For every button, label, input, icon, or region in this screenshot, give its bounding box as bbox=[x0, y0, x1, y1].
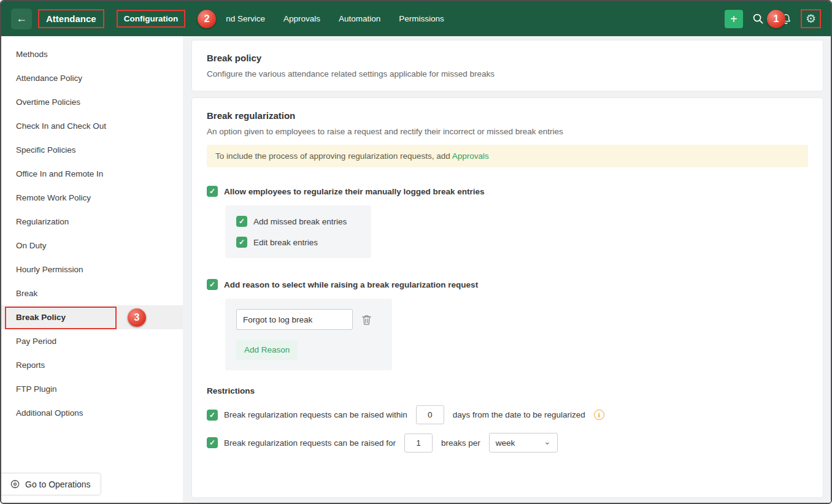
sidebar: Methods Attendance Policy Overtime Polic… bbox=[1, 36, 183, 503]
add-missed-row: ✓ Add missed break entries bbox=[236, 216, 347, 227]
topbar-tabs: Configuration 2 nd Service Approvals Aut… bbox=[117, 10, 444, 28]
tab-approvals[interactable]: Approvals bbox=[283, 14, 320, 23]
reason-entry-row bbox=[236, 309, 381, 330]
main-content: Break policy Configure the various atten… bbox=[183, 36, 831, 503]
approvals-link[interactable]: Approvals bbox=[452, 151, 489, 161]
check-icon: ✓ bbox=[209, 281, 215, 288]
chevron-down-icon: ⌄ bbox=[544, 437, 551, 446]
tab-permissions[interactable]: Permissions bbox=[399, 14, 444, 23]
sidebar-item-overtime-policies[interactable]: Overtime Policies bbox=[1, 90, 183, 114]
annotation-step-1: 1 bbox=[767, 10, 785, 28]
annotation-box-settings: ⚙ bbox=[801, 9, 821, 28]
sidebar-item-check-in-out[interactable]: Check In and Check Out bbox=[1, 114, 183, 138]
sidebar-item-label: Break Policy bbox=[16, 313, 66, 322]
check-icon: ✓ bbox=[209, 411, 215, 419]
module-title: Attendance bbox=[46, 13, 96, 24]
break-regularization-description: An option given to employees to raise a … bbox=[207, 127, 808, 136]
restriction-breaks-middle: breaks per bbox=[441, 438, 480, 448]
frequency-select[interactable]: week ⌄ bbox=[489, 433, 558, 452]
annotation-step-3: 3 bbox=[128, 308, 146, 327]
tab-automation[interactable]: Automation bbox=[339, 14, 380, 23]
annotation-box-attendance: Attendance bbox=[38, 9, 104, 28]
settings-gear-icon[interactable]: ⚙ bbox=[806, 12, 816, 26]
restriction-row-days: ✓ Break regularization requests can be r… bbox=[207, 405, 808, 424]
tab-nd-service[interactable]: nd Service bbox=[226, 14, 265, 23]
sidebar-item-methods[interactable]: Methods bbox=[1, 42, 183, 66]
tab-configuration[interactable]: Configuration bbox=[117, 10, 185, 28]
restriction-days-prefix: Break regularization requests can be rai… bbox=[224, 410, 407, 419]
restrictions-heading: Restrictions bbox=[207, 386, 808, 395]
sidebar-item-reports[interactable]: Reports bbox=[1, 353, 183, 377]
sidebar-item-hourly-permission[interactable]: Hourly Permission bbox=[1, 258, 183, 281]
break-regularization-title: Break regularization bbox=[207, 110, 808, 121]
delete-reason-button[interactable] bbox=[361, 314, 372, 326]
annotation-step-2: 2 bbox=[198, 10, 216, 28]
edit-break-row: ✓ Edit break entries bbox=[236, 237, 347, 248]
notifications-area: 1 bbox=[773, 10, 792, 28]
edit-break-checkbox[interactable]: ✓ bbox=[236, 237, 247, 248]
allow-regularize-label: Allow employees to regularize their manu… bbox=[224, 187, 485, 196]
plus-icon: + bbox=[730, 13, 738, 25]
break-policy-card: Break policy Configure the various atten… bbox=[191, 40, 823, 91]
break-policy-title: Break policy bbox=[207, 53, 808, 63]
restriction-days-checkbox[interactable]: ✓ bbox=[207, 410, 218, 421]
go-to-operations-label: Go to Operations bbox=[25, 479, 91, 489]
sidebar-item-remote-work-policy[interactable]: Remote Work Policy bbox=[1, 186, 183, 210]
search-icon bbox=[752, 13, 764, 25]
operations-icon bbox=[10, 479, 20, 489]
sidebar-item-office-in-remote-in[interactable]: Office In and Remote In bbox=[1, 162, 183, 186]
restriction-days-suffix: days from the date to be regularized bbox=[453, 410, 585, 419]
back-icon: ← bbox=[16, 12, 27, 25]
allow-regularize-row: ✓ Allow employees to regularize their ma… bbox=[207, 186, 808, 197]
add-reason-row: ✓ Add reason to select while raising a b… bbox=[207, 279, 808, 290]
add-reason-checkbox[interactable]: ✓ bbox=[207, 279, 218, 290]
check-icon: ✓ bbox=[209, 439, 215, 446]
approvals-info-banner: To include the process of approving regu… bbox=[207, 145, 808, 167]
frequency-select-value: week bbox=[496, 438, 515, 448]
restriction-breaks-checkbox[interactable]: ✓ bbox=[207, 437, 218, 448]
info-icon[interactable]: i bbox=[594, 410, 604, 420]
app-window: ← Attendance Configuration 2 nd Service … bbox=[0, 0, 832, 504]
check-icon: ✓ bbox=[209, 188, 215, 195]
break-policy-description: Configure the various attendance related… bbox=[207, 69, 808, 78]
add-reason-button[interactable]: Add Reason bbox=[236, 340, 298, 360]
sidebar-item-regularization[interactable]: Regularization bbox=[1, 210, 183, 234]
days-input[interactable] bbox=[416, 405, 444, 424]
restriction-breaks-prefix: Break regularization requests can be rai… bbox=[224, 438, 396, 448]
break-regularization-card: Break regularization An option given to … bbox=[191, 97, 823, 498]
restriction-row-breaks: ✓ Break regularization requests can be r… bbox=[207, 433, 808, 452]
allow-regularize-checkbox[interactable]: ✓ bbox=[207, 186, 218, 197]
edit-break-label: Edit break entries bbox=[253, 238, 318, 247]
back-button[interactable]: ← bbox=[11, 9, 32, 29]
add-reason-label: Add reason to select while raising a bre… bbox=[224, 280, 478, 289]
go-to-operations-button[interactable]: Go to Operations bbox=[1, 473, 101, 495]
reason-box: Add Reason bbox=[225, 299, 392, 370]
sidebar-item-attendance-policy[interactable]: Attendance Policy bbox=[1, 66, 183, 90]
sidebar-item-additional-options[interactable]: Additional Options bbox=[1, 401, 183, 425]
sidebar-item-pay-period[interactable]: Pay Period bbox=[1, 329, 183, 353]
add-button[interactable]: + bbox=[725, 10, 743, 28]
reason-input[interactable] bbox=[236, 309, 353, 330]
sidebar-item-on-duty[interactable]: On Duty bbox=[1, 234, 183, 258]
trash-icon bbox=[361, 314, 372, 326]
regularize-sub-options: ✓ Add missed break entries ✓ Edit break … bbox=[225, 205, 371, 258]
topbar-actions: + 1 ⚙ bbox=[725, 9, 821, 28]
check-icon: ✓ bbox=[239, 218, 245, 225]
sidebar-item-specific-policies[interactable]: Specific Policies bbox=[1, 138, 183, 162]
sidebar-item-break-policy[interactable]: Break Policy 3 bbox=[1, 305, 183, 329]
page-body: Methods Attendance Policy Overtime Polic… bbox=[1, 36, 831, 503]
check-icon: ✓ bbox=[239, 239, 245, 246]
add-missed-label: Add missed break entries bbox=[253, 217, 347, 226]
sidebar-item-break[interactable]: Break bbox=[1, 281, 183, 305]
banner-text: To include the process of approving regu… bbox=[215, 151, 450, 161]
search-button[interactable] bbox=[752, 13, 764, 25]
add-missed-checkbox[interactable]: ✓ bbox=[236, 216, 247, 227]
breaks-count-input[interactable] bbox=[404, 433, 433, 452]
topbar: ← Attendance Configuration 2 nd Service … bbox=[1, 1, 831, 36]
sidebar-item-ftp-plugin[interactable]: FTP Plugin bbox=[1, 377, 183, 401]
